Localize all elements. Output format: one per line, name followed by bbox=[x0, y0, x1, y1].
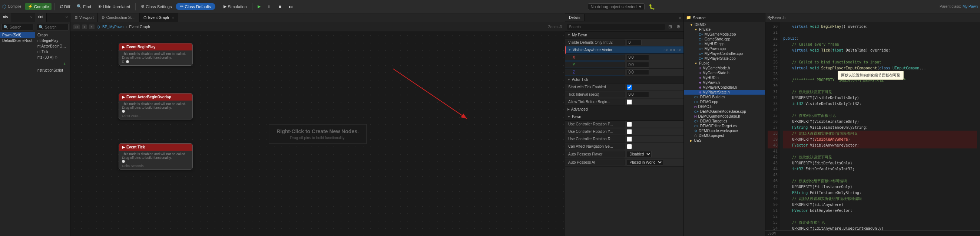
file-tree-demo-gamemode-base-h[interactable]: H DEMOGameModeBase.h bbox=[684, 114, 765, 119]
h-icon2: H bbox=[699, 71, 701, 75]
file-tree-demo-cpp[interactable]: C+ DEMO.cpp bbox=[684, 99, 765, 104]
ctrl-rot-p-checkbox[interactable] bbox=[627, 122, 632, 127]
start-tick-checkbox[interactable] bbox=[627, 85, 632, 90]
file-tree-public[interactable]: ▼ Public bbox=[684, 61, 765, 66]
print-search-input[interactable] bbox=[45, 25, 67, 29]
tooltip-box: 两默认设置和实例化组节面板都可见 bbox=[838, 71, 904, 80]
file-tree-myplayercontroller-cpp[interactable]: C+ MyPlayerController.cpp bbox=[684, 51, 765, 56]
file-tree-demo-target[interactable]: C+ DEMO.Target.cs bbox=[684, 119, 765, 124]
details-section-pawn-header[interactable]: ▼ Pawn bbox=[565, 113, 684, 121]
file-tree-mypawn-h[interactable]: H MyPawn.h bbox=[684, 80, 765, 85]
tab-close-icon[interactable]: × bbox=[172, 16, 174, 20]
tree-item-pawn-self[interactable]: Pawn (Self) bbox=[0, 32, 35, 38]
print-item-construction[interactable]: nstructionScript bbox=[35, 67, 70, 73]
visible-defaults-input[interactable] bbox=[627, 40, 641, 45]
simulation-button[interactable]: ▶ Simulation bbox=[221, 3, 249, 10]
tab-construction[interactable]: ⚙ Construction Sc... bbox=[98, 13, 140, 22]
file-tree-mypawn-cpp[interactable]: C+ MyPawn.cpp bbox=[684, 46, 765, 51]
vec-z-input[interactable] bbox=[627, 69, 649, 75]
find-button[interactable]: 🔍 Find bbox=[74, 3, 94, 10]
tab-print[interactable]: rint bbox=[35, 13, 47, 22]
tab-details[interactable]: Details bbox=[565, 14, 584, 21]
node-icon3: ▶ bbox=[122, 145, 125, 149]
graph-canvas[interactable]: Right-Click to Create New Nodes. Drag of… bbox=[70, 32, 565, 236]
tab-event-graph[interactable]: ⬡ Event Graph × bbox=[140, 13, 178, 22]
file-tree-myplayerstate-h[interactable]: H MyPlayerState.h bbox=[684, 90, 765, 95]
file-tree-myplayerstate-cpp[interactable]: C+ MyPlayerState.cpp bbox=[684, 56, 765, 61]
stop-button[interactable]: ⏹ bbox=[275, 3, 285, 10]
vec-y-input[interactable] bbox=[627, 62, 649, 67]
details-row-tick-interval: Tick Interval (secs) bbox=[565, 91, 684, 98]
print-item-tick[interactable]: nt Tick bbox=[35, 49, 70, 54]
hide-unrelated-button[interactable]: 👁 Hide Unrelated bbox=[95, 3, 133, 10]
tab-components[interactable]: nts bbox=[0, 13, 11, 22]
print-item-beginplay[interactable]: nt BeginPlay bbox=[35, 38, 70, 43]
tab-viewport[interactable]: 🖥 Viewport bbox=[70, 13, 98, 22]
auto-possess-player-select[interactable]: Disabled Player 0 bbox=[627, 151, 652, 157]
tick-interval-input[interactable] bbox=[627, 92, 649, 97]
file-tree-build-cs[interactable]: C+ DEMO.Build.cs bbox=[684, 95, 765, 99]
node-body-tick: This node is disabled and will not be ca… bbox=[119, 151, 192, 169]
more-button[interactable]: ⋯ bbox=[297, 3, 306, 10]
print-item-actoroverlap[interactable]: nt ActorBeginOverlap bbox=[35, 43, 70, 49]
class-defaults-button[interactable]: ✏ Class Defaults bbox=[176, 3, 215, 10]
file-tree-mygamestate-h[interactable]: H MyGameState.h bbox=[684, 70, 765, 75]
node-event-actoroverlap[interactable]: ▶ Event ActorBeginOverlap This node is d… bbox=[119, 93, 193, 120]
details-search-input[interactable] bbox=[567, 24, 665, 30]
compile-button[interactable]: ⚡ Compile bbox=[25, 3, 51, 10]
pin-tick-out[interactable] bbox=[122, 159, 189, 163]
details-section-mypawn-header[interactable]: ▼ My Pawn bbox=[565, 32, 684, 39]
pin-overlap-out[interactable] bbox=[122, 110, 189, 113]
file-tree-demo-gamemode-base-cpp[interactable]: C+ DEMOGameModeBase.cpp bbox=[684, 109, 765, 114]
details-section-advanced-header[interactable]: ▶ Advanced bbox=[565, 106, 684, 113]
details-row-vec-x: X bbox=[565, 54, 684, 61]
tree-item-default-scene-root[interactable]: DefaultSceneRoot bbox=[0, 38, 35, 43]
print-item-graph[interactable]: Graph bbox=[35, 32, 70, 38]
file-tree-demo[interactable]: ▼ DEMO bbox=[684, 22, 765, 27]
settings-icon2[interactable]: ⚙ bbox=[54, 55, 58, 59]
left-panel-close[interactable]: × bbox=[28, 13, 35, 22]
file-tree-myplayercontroller-h[interactable]: H MyPlayerController.h bbox=[684, 85, 765, 90]
add-icon[interactable]: + bbox=[62, 61, 68, 67]
ctrl-rot-y-checkbox[interactable] bbox=[627, 129, 632, 134]
node-event-beginplay[interactable]: ▶ Event BeginPlay This node is disabled … bbox=[119, 43, 193, 66]
nav-forward-button[interactable]: › bbox=[82, 24, 87, 29]
node-event-tick[interactable]: ▶ Event Tick This node is disabled and w… bbox=[119, 143, 193, 170]
details-row-visible-anywhere-header[interactable]: ▼ Visible Anywhere Vector 0.0 0.0 0.0 bbox=[565, 46, 684, 54]
file-tree-mygamemode-h[interactable]: H MyGameMode.h bbox=[684, 66, 765, 70]
play-button[interactable]: ▶ bbox=[255, 3, 263, 10]
debug-icon-button[interactable]: 🐛 bbox=[646, 3, 657, 11]
file-tree-code-workspace[interactable]: ⚙ DEMO.code-workspace bbox=[684, 128, 765, 133]
editor-target-icon: C+ bbox=[694, 124, 699, 128]
nav-up-button[interactable]: ↑ bbox=[89, 24, 94, 29]
details-gear-button[interactable]: ⚙ bbox=[675, 23, 682, 30]
print-panel-close[interactable]: × bbox=[64, 13, 70, 22]
class-settings-button[interactable]: ⚙ Class Settings bbox=[138, 3, 174, 10]
allow-tick-checkbox[interactable] bbox=[627, 99, 632, 105]
ctrl-rot-r-checkbox[interactable] bbox=[627, 137, 632, 142]
file-tree-myhud-cpp[interactable]: C+ MyHUD.cpp bbox=[684, 41, 765, 46]
print-item-nts[interactable]: nts (33 V) ⚙ bbox=[35, 54, 70, 60]
can-affect-nav-checkbox[interactable] bbox=[627, 144, 632, 149]
components-search-input[interactable] bbox=[10, 25, 32, 29]
file-tree-ues[interactable]: ▶ UES bbox=[684, 138, 765, 143]
details-grid-button[interactable]: ⊞ bbox=[667, 23, 673, 30]
row-value-auto-possess-player: Disabled Player 0 bbox=[625, 150, 684, 158]
file-tree-mygamemode-cpp[interactable]: C+ MyGameMode.cpp bbox=[684, 32, 765, 37]
pin-beginplay-out[interactable]: D bbox=[122, 59, 189, 64]
file-tree-myhud-h[interactable]: H MyHUD.h bbox=[684, 75, 765, 80]
vec-x-input[interactable] bbox=[627, 54, 649, 60]
auto-possess-ai-select[interactable]: Placed in World Disabled bbox=[627, 159, 663, 166]
details-section-actor-tick-header[interactable]: ▼ Actor Tick bbox=[565, 76, 684, 83]
debug-select-dropdown[interactable]: No debug object selected ▼ bbox=[588, 3, 644, 10]
diff-button[interactable]: ⇄ Diff bbox=[57, 3, 73, 10]
pause-button[interactable]: ⏸ bbox=[265, 3, 274, 10]
details-close[interactable]: × bbox=[677, 14, 684, 22]
skip-button[interactable]: ⏭ bbox=[286, 3, 296, 10]
file-tree-demo-editor-target[interactable]: C+ DEMOEditor.Target.cs bbox=[684, 124, 765, 128]
nav-back-button[interactable]: ‹‹ bbox=[73, 24, 80, 29]
file-tree-uproject[interactable]: ⬡ DEMO.uproject bbox=[684, 133, 765, 138]
file-tree-gamestate-cpp[interactable]: C+ GameState.cpp bbox=[684, 37, 765, 41]
file-tree-demo-h[interactable]: H DEMO.h bbox=[684, 104, 765, 109]
file-tree-private[interactable]: ▼ Private bbox=[684, 27, 765, 32]
